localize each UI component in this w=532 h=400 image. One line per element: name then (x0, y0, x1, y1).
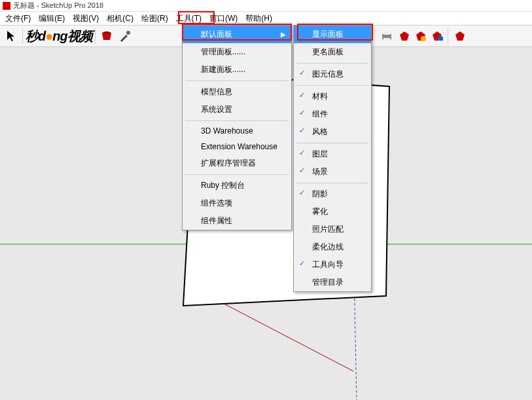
menu-draw[interactable]: 绘图(R) (137, 12, 172, 26)
check-icon: ✓ (299, 166, 305, 175)
logo: 秒d●ng视频 (26, 26, 92, 46)
check-icon: ✓ (299, 69, 305, 77)
menu-item-label: 组件选项 (201, 198, 232, 209)
menu-item-manage-panel[interactable]: 管理面板...... (183, 43, 291, 61)
menu-window[interactable]: 窗口(W) (205, 12, 241, 26)
submenu-separator (296, 63, 368, 64)
tool-ruby3-icon[interactable] (429, 27, 446, 45)
submenu-separator (296, 183, 368, 183)
submenu-item-label: 图元信息 (312, 69, 344, 79)
submenu-item-instructor[interactable]: ✓工具向导 (294, 256, 371, 274)
svg-rect-6 (438, 37, 443, 41)
tool-eyedropper-icon[interactable] (116, 27, 133, 45)
app-icon (3, 2, 10, 10)
menu-item-extension-manager[interactable]: 扩展程序管理器 (183, 155, 291, 172)
submenu-item-label: 照片匹配 (312, 225, 344, 234)
svg-rect-4 (383, 38, 390, 41)
tool-print-icon[interactable] (378, 27, 395, 45)
tool-ruby4-icon[interactable] (452, 27, 469, 45)
submenu-item-materials[interactable]: ✓材料 (294, 88, 371, 105)
menubar: 文件(F) 编辑(E) 视图(V) 相机(C) 绘图(R) 工具(T) 窗口(W… (0, 12, 532, 25)
submenu-item-label: 场景 (312, 167, 328, 176)
panel-submenu: 显示面板 更名面板 ✓图元信息 ✓材料 ✓组件 ✓风格 ✓图层 ✓场景 ✓阴影 … (293, 25, 372, 292)
submenu-item-soften-edges[interactable]: 柔化边线 (294, 238, 371, 256)
menu-tools[interactable]: 工具(T) (172, 12, 205, 26)
menu-item-label: 新建面板...... (201, 64, 245, 75)
check-icon: ✓ (299, 109, 305, 117)
submenu-item-label: 阴影 (312, 189, 328, 198)
submenu-item-label: 雾化 (312, 207, 328, 216)
logo-text: 秒d●ng视频 (26, 27, 92, 45)
menu-file[interactable]: 文件(F) (1, 12, 35, 26)
menu-item-label: Extension Warehouse (201, 142, 277, 151)
submenu-item-match-photo[interactable]: 照片匹配 (294, 221, 371, 238)
menu-separator (185, 174, 289, 175)
check-icon: ✓ (299, 149, 305, 157)
submenu-item-styles[interactable]: ✓风格 (294, 123, 371, 141)
menu-item-system-settings[interactable]: 系统设置 (183, 101, 291, 118)
svg-point-1 (126, 31, 130, 35)
check-icon: ✓ (299, 126, 305, 135)
submenu-item-label: 更名面板 (312, 47, 344, 56)
menu-help[interactable]: 帮助(H) (241, 12, 276, 26)
menu-separator (185, 81, 289, 81)
menu-item-3d-warehouse[interactable]: 3D Warehouse (183, 123, 291, 139)
menu-item-extension-warehouse[interactable]: Extension Warehouse (183, 139, 291, 155)
menu-item-label: 管理面板...... (201, 46, 245, 58)
submenu-item-label: 柔化边线 (312, 242, 344, 251)
toolbar-sep (95, 28, 96, 44)
svg-rect-3 (383, 31, 390, 35)
menu-item-label: 系统设置 (201, 104, 232, 115)
check-icon: ✓ (299, 259, 305, 268)
submenu-separator (296, 143, 368, 143)
menu-item-ruby-console[interactable]: Ruby 控制台 (183, 177, 291, 194)
submenu-arrow-icon: ▶ (281, 31, 286, 38)
menu-item-new-panel[interactable]: 新建面板...... (183, 61, 291, 79)
menu-item-component-attrs[interactable]: 组件属性 (183, 212, 291, 230)
window-dropdown-menu: 默认面板 ▶ 管理面板...... 新建面板...... 模型信息 系统设置 3… (182, 25, 292, 230)
window-title: 无标题 - SketchUp Pro 2018 (13, 1, 103, 10)
tool-bucket-icon[interactable] (98, 27, 115, 45)
submenu-item-label: 风格 (312, 127, 328, 136)
menu-camera[interactable]: 相机(C) (103, 12, 137, 26)
menu-item-label: Ruby 控制台 (201, 180, 245, 191)
menu-item-label: 组件属性 (201, 215, 232, 227)
submenu-item-entity-info[interactable]: ✓图元信息 (294, 65, 371, 83)
menu-separator (185, 120, 289, 121)
menu-item-component-options[interactable]: 组件选项 (183, 194, 291, 212)
tool-cursor-icon[interactable] (3, 27, 20, 45)
titlebar: 无标题 - SketchUp Pro 2018 (0, 0, 532, 12)
svg-point-5 (421, 36, 426, 41)
toolbar-sep (448, 28, 448, 44)
submenu-item-show-panel[interactable]: 显示面板 (294, 26, 371, 43)
menu-item-label: 模型信息 (201, 86, 232, 98)
tool-ruby2-icon[interactable] (412, 27, 429, 45)
submenu-item-components[interactable]: ✓组件 (294, 105, 371, 123)
submenu-item-layers[interactable]: ✓图层 (294, 145, 371, 163)
tool-ruby1-icon[interactable] (396, 27, 413, 45)
menu-item-model-info[interactable]: 模型信息 (183, 83, 291, 101)
menu-view[interactable]: 视图(V) (69, 12, 103, 26)
toolbar-sep (22, 28, 23, 44)
submenu-item-label: 工具向导 (312, 260, 344, 269)
submenu-item-label: 图层 (312, 149, 328, 158)
submenu-item-fog[interactable]: 雾化 (294, 203, 371, 221)
menu-item-label: 扩展程序管理器 (201, 158, 256, 169)
submenu-item-shadows[interactable]: ✓阴影 (294, 185, 371, 203)
submenu-item-manage-catalog[interactable]: 管理目录 (294, 274, 371, 291)
check-icon: ✓ (299, 189, 305, 197)
submenu-item-label: 管理目录 (312, 278, 344, 287)
submenu-item-scenes[interactable]: ✓场景 (294, 163, 371, 181)
menu-item-label: 3D Warehouse (201, 126, 253, 136)
submenu-item-rename-panel[interactable]: 更名面板 (294, 43, 371, 61)
menu-edit[interactable]: 编辑(E) (35, 12, 69, 26)
menu-item-label: 默认面板 (201, 29, 232, 40)
submenu-item-label: 组件 (312, 109, 328, 118)
submenu-item-label: 显示面板 (312, 29, 344, 39)
submenu-separator (296, 85, 368, 86)
menu-item-default-panel[interactable]: 默认面板 ▶ (183, 26, 291, 43)
submenu-item-label: 材料 (312, 92, 328, 101)
check-icon: ✓ (299, 91, 305, 100)
